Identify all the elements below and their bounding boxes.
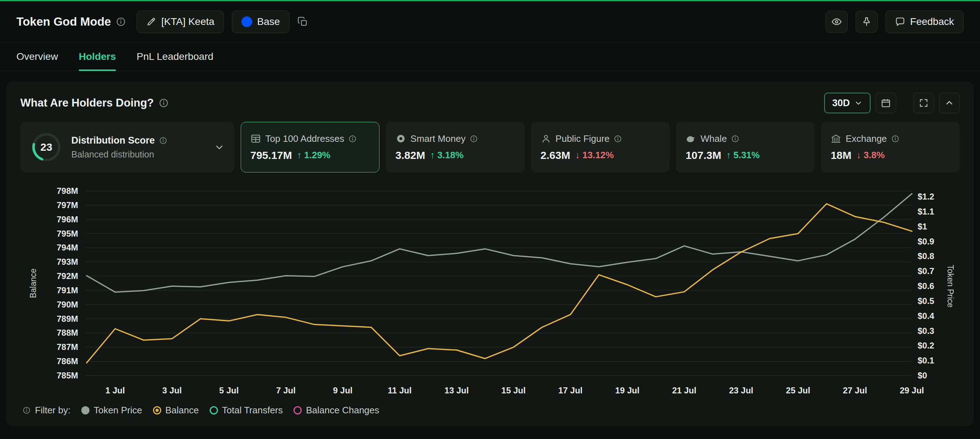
svg-text:793M: 793M: [57, 257, 78, 266]
svg-text:798M: 798M: [57, 186, 78, 196]
distribution-score-card[interactable]: 23 Distribution Score Balanced distribut…: [20, 122, 234, 173]
stat-card-top-100-addresses[interactable]: Top 100 Addresses 795.17M ↑1.29%: [241, 122, 379, 173]
info-icon[interactable]: [891, 135, 899, 143]
svg-text:27 Jul: 27 Jul: [843, 385, 867, 395]
smart-money-icon: [396, 133, 406, 144]
holders-chart[interactable]: 798M797M796M795M794M793M792M791M790M789M…: [20, 181, 960, 402]
distribution-score-sublabel: Balanced distribution: [71, 149, 167, 160]
range-selector-value: 30D: [832, 98, 850, 109]
filter-label: Balance: [165, 405, 199, 416]
svg-text:Balance: Balance: [29, 268, 38, 298]
info-icon[interactable]: [731, 135, 739, 143]
info-icon[interactable]: [116, 17, 126, 27]
svg-text:$0.2: $0.2: [918, 341, 934, 350]
svg-text:$0.1: $0.1: [918, 356, 934, 365]
svg-text:29 Jul: 29 Jul: [900, 385, 924, 395]
line-chart-canvas[interactable]: 798M797M796M795M794M793M792M791M790M789M…: [20, 181, 960, 402]
stat-card-exchange[interactable]: Exchange 18M ↓3.8%: [821, 122, 960, 173]
stat-change: ↑3.18%: [430, 150, 464, 161]
stat-label: Top 100 Addresses: [265, 133, 344, 144]
filter-balance-changes[interactable]: Balance Changes: [293, 405, 379, 416]
info-icon[interactable]: [159, 136, 167, 145]
holder-stats-row: 23 Distribution Score Balanced distribut…: [20, 122, 960, 173]
stat-label: Exchange: [846, 133, 887, 144]
tab-bar: Overview Holders PnL Leaderboard: [0, 43, 980, 71]
svg-text:792M: 792M: [57, 271, 78, 281]
stat-label: Whale: [700, 133, 727, 144]
info-icon[interactable]: [614, 135, 622, 143]
chevron-down-icon[interactable]: [214, 142, 225, 152]
range-selector[interactable]: 30D: [824, 93, 870, 113]
svg-text:$0.9: $0.9: [918, 236, 934, 246]
watch-button[interactable]: [826, 11, 848, 33]
tab-pnl-leaderboard[interactable]: PnL Leaderboard: [137, 43, 213, 71]
fullscreen-icon: [919, 98, 929, 108]
distribution-score-label: Distribution Score: [71, 135, 155, 146]
stat-label: Smart Money: [410, 133, 466, 144]
header: Token God Mode [KTA] Keeta Base Feedback: [0, 1, 980, 43]
chain-select-button[interactable]: Base: [232, 10, 290, 33]
holders-panel: What Are Holders Doing? 30D: [6, 82, 974, 426]
stat-label: Public Figure: [555, 133, 610, 144]
info-icon[interactable]: [22, 406, 31, 414]
tab-holders[interactable]: Holders: [79, 43, 116, 71]
balance-marker-icon: [153, 406, 161, 414]
svg-text:796M: 796M: [57, 214, 78, 224]
stat-value: 3.82M: [396, 149, 425, 162]
svg-text:$0.8: $0.8: [918, 251, 934, 261]
svg-text:13 Jul: 13 Jul: [444, 385, 469, 395]
svg-text:$0: $0: [918, 371, 927, 380]
svg-text:$1: $1: [918, 222, 927, 231]
svg-text:$0.6: $0.6: [918, 281, 934, 291]
eye-icon: [831, 16, 842, 27]
chart-filter-legend: Filter by: Token Price Balance Total Tra…: [20, 402, 960, 417]
collapse-button[interactable]: [939, 93, 960, 113]
svg-text:791M: 791M: [57, 285, 78, 295]
pencil-icon: [146, 17, 156, 27]
svg-text:7 Jul: 7 Jul: [276, 385, 296, 395]
svg-text:797M: 797M: [57, 200, 78, 210]
filter-label: Total Transfers: [222, 405, 283, 416]
svg-text:9 Jul: 9 Jul: [333, 385, 353, 395]
svg-text:786M: 786M: [57, 357, 78, 366]
chevron-down-icon: [854, 99, 863, 107]
panel-header: What Are Holders Doing? 30D: [20, 93, 960, 113]
tab-overview[interactable]: Overview: [16, 43, 58, 71]
stat-card-whale[interactable]: Whale 107.3M ↑5.31%: [676, 122, 815, 173]
calendar-button[interactable]: [875, 93, 896, 113]
top-100-addresses-icon: [250, 133, 261, 144]
stat-value: 18M: [830, 149, 851, 162]
copy-address-button[interactable]: [298, 16, 308, 27]
stat-value: 2.63M: [541, 149, 570, 162]
svg-text:23 Jul: 23 Jul: [729, 385, 753, 395]
fullscreen-button[interactable]: [913, 93, 934, 113]
filter-total-transfers[interactable]: Total Transfers: [210, 405, 283, 416]
svg-text:789M: 789M: [57, 314, 78, 323]
info-icon[interactable]: [159, 98, 169, 108]
svg-text:21 Jul: 21 Jul: [672, 385, 697, 395]
svg-text:790M: 790M: [57, 300, 78, 309]
filter-token-price[interactable]: Token Price: [81, 405, 142, 416]
svg-text:1 Jul: 1 Jul: [105, 385, 125, 395]
feedback-button[interactable]: Feedback: [886, 10, 964, 33]
stat-value: 795.17M: [250, 149, 292, 162]
info-icon[interactable]: [348, 135, 356, 143]
stat-card-smart-money[interactable]: Smart Money 3.82M ↑3.18%: [386, 122, 525, 173]
info-icon[interactable]: [470, 135, 478, 143]
token-select-button[interactable]: [KTA] Keeta: [137, 10, 224, 33]
svg-text:787M: 787M: [57, 342, 78, 352]
svg-text:15 Jul: 15 Jul: [501, 385, 526, 395]
stat-change: ↓3.8%: [857, 150, 885, 161]
filter-by-label: Filter by:: [35, 405, 71, 416]
feedback-bubble-icon: [895, 17, 905, 27]
pin-button[interactable]: [856, 11, 878, 33]
stat-change: ↑1.29%: [297, 150, 331, 161]
svg-text:$0.3: $0.3: [918, 326, 934, 336]
svg-text:11 Jul: 11 Jul: [388, 385, 412, 395]
stat-card-public-figure[interactable]: Public Figure 2.63M ↓13.12%: [531, 122, 670, 173]
stat-change: ↑5.31%: [726, 150, 760, 161]
svg-text:$0.7: $0.7: [918, 266, 934, 276]
filter-balance[interactable]: Balance: [153, 405, 199, 416]
panel-controls: 30D: [824, 93, 960, 113]
panel-title: What Are Holders Doing?: [20, 97, 154, 109]
